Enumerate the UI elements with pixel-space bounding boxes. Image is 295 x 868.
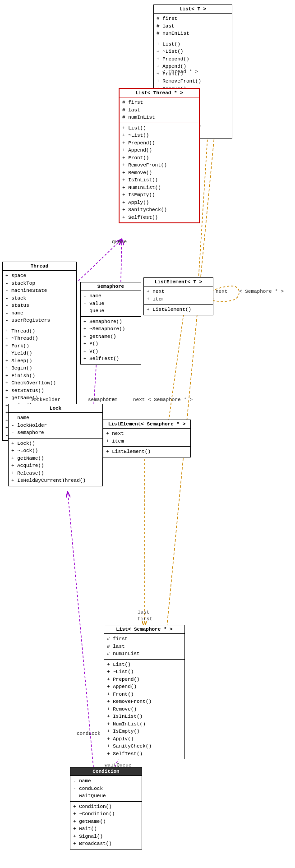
thread-fields: + space - stackTop - machineState - stac… [3,271,76,326]
list-semaphore-ptr-box: List< Semaphore * > # first # last # num… [104,625,185,759]
list-element-semaphore-ptr-methods: + ListElement() [103,447,190,457]
lockHolder-label: lockHolder [31,397,60,402]
thread-ptr-label: < Thread * > [162,69,198,74]
lock-title: Lock [9,404,102,413]
semaphore-box: Semaphore - name - value - queue + Semap… [80,282,141,365]
list-semaphore-ptr-title: List< Semaphore * > [104,625,184,634]
list-thread-ptr-fields: # first # last # numInList [120,97,199,123]
list-element-t-methods: + ListElement() [144,305,213,315]
semaphore-ptr-label-right: < Semaphore * > [239,289,284,294]
list-element-t-box: ListElement< T > + next + item + ListEle… [143,277,213,315]
lock-box: Lock - name - lockHolder - semaphore + L… [8,404,103,486]
next-semaphore-ptr-label: next < Semaphore * > [133,397,193,402]
semaphore-title: Semaphore [81,282,141,291]
next-label: next [216,289,227,294]
condition-box: Condition - name - condLock - waitQueue … [70,767,142,850]
item-label: item [106,397,117,402]
list-element-t-fields: + next + item [144,286,213,305]
list-element-t-title: ListElement< T > [144,278,213,286]
list-thread-ptr-methods: + List() + ~List() + Prepend() + Append(… [120,123,199,223]
list-t-title: List< T > [154,5,232,14]
list-element-semaphore-ptr-fields: + next + item [103,429,190,447]
semaphore-methods: + Semaphore() + ~Semaphore() + getName()… [81,317,141,364]
list-t-fields: # first # last # numInList [154,14,232,39]
list-semaphore-ptr-methods: + List() + ~List() + Prepend() + Append(… [104,660,184,759]
lock-methods: + Lock() + ~Lock() + getName() + Acquire… [9,439,102,486]
condition-methods: + Condition() + ~Condition() + getName()… [70,802,142,849]
queue-label: queue [112,239,127,245]
list-semaphore-ptr-fields: # first # last # numInList [104,634,184,660]
condlock-label: condLock [77,731,101,736]
list-thread-ptr-title: List< Thread * > [120,89,199,97]
lock-fields: - name - lockHolder - semaphore [9,413,102,439]
condition-fields: - name - condLock - waitQueue [70,776,142,802]
semaphore-fields: - name - value - queue [81,291,141,317]
list-element-semaphore-ptr-box: ListElement< Semaphore * > + next + item… [103,420,191,457]
thread-title: Thread [3,262,76,271]
svg-line-5 [167,305,185,433]
last-first-label: lastfirst [138,609,152,623]
condition-title: Condition [70,767,142,776]
uml-diagram: List< T > # first # last # numInList + L… [0,0,295,868]
list-thread-ptr-box: List< Thread * > # first # last # numInL… [119,88,200,223]
svg-line-9 [68,492,93,767]
list-element-semaphore-ptr-title: ListElement< Semaphore * > [103,420,190,429]
